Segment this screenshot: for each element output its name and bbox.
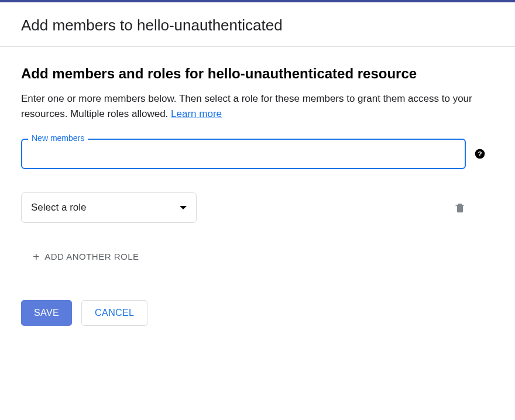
new-members-input[interactable] [21, 139, 466, 169]
panel-content: Add members and roles for hello-unauthen… [0, 47, 515, 345]
cancel-button[interactable]: CANCEL [81, 300, 147, 326]
role-row: Select a role [21, 192, 466, 223]
add-another-role-button[interactable]: + ADD ANOTHER ROLE [21, 246, 146, 267]
save-button[interactable]: SAVE [21, 300, 72, 326]
section-title: Add members and roles for hello-unauthen… [21, 66, 494, 82]
role-select[interactable]: Select a role [21, 192, 197, 223]
members-field-wrapper: New members ? [21, 139, 494, 169]
chevron-down-icon [180, 206, 187, 209]
actions-row: SAVE CANCEL [21, 300, 494, 326]
add-role-label: ADD ANOTHER ROLE [44, 252, 139, 261]
panel-title: Add members to hello-unauthenticated [21, 16, 494, 35]
members-field-label: New members [28, 133, 88, 143]
learn-more-link[interactable]: Learn more [171, 108, 222, 119]
help-icon[interactable]: ? [474, 148, 486, 160]
svg-text:?: ? [478, 150, 482, 157]
trash-icon[interactable] [454, 201, 466, 214]
role-select-label: Select a role [31, 202, 87, 214]
section-description: Enter one or more members below. Then se… [21, 91, 494, 122]
panel-header: Add members to hello-unauthenticated [0, 2, 515, 47]
description-text: Enter one or more members below. Then se… [21, 93, 472, 119]
plus-icon: + [33, 251, 40, 263]
